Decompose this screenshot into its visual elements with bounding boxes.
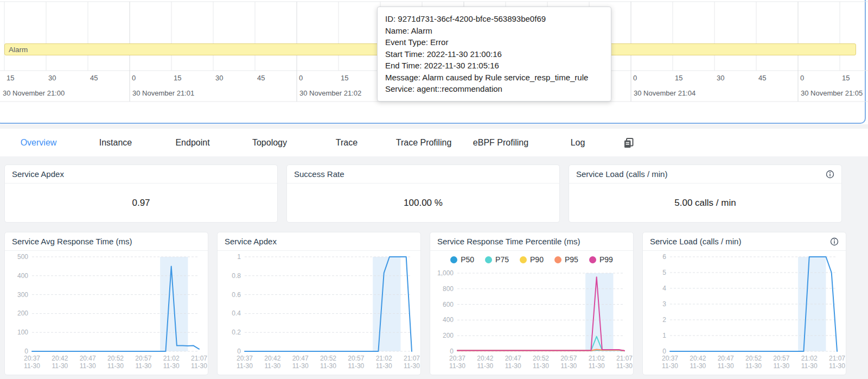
timeline-tick-label: 45 (90, 74, 98, 82)
chart-legend: P50P75P90P95P99 (435, 251, 629, 268)
chart-card: Service Response Time Percentile (ms)P50… (430, 232, 634, 375)
timeline-tick-label: 30 (215, 74, 223, 82)
chart-title: Service Avg Response Time (ms) (12, 237, 132, 246)
svg-text:11-30: 11-30 (24, 362, 40, 370)
svg-text:4: 4 (662, 285, 666, 292)
tab-endpoint[interactable]: Endpoint (154, 138, 231, 148)
svg-text:400: 400 (443, 316, 454, 324)
svg-text:0: 0 (662, 348, 666, 355)
tooltip-line: Message: Alarm caused by Rule service_re… (385, 72, 603, 84)
timeline-tick-label: 15 (675, 74, 682, 82)
svg-text:1: 1 (662, 332, 666, 339)
alarm-event-label: Alarm (9, 46, 28, 54)
tab-bar: OverviewInstanceEndpointTopologyTraceTra… (0, 129, 868, 156)
card-title: Service Apdex (12, 169, 64, 179)
tab-topology[interactable]: Topology (231, 138, 308, 148)
tooltip-line: Service: agent::recommendation (385, 83, 603, 95)
svg-text:20:42: 20:42 (477, 355, 493, 362)
svg-text:20:37: 20:37 (662, 355, 678, 362)
svg-text:0: 0 (450, 348, 454, 355)
svg-text:0: 0 (24, 348, 28, 355)
legend-item-p99[interactable]: P99 (589, 255, 613, 264)
svg-text:11-30: 11-30 (560, 362, 577, 370)
svg-text:100: 100 (17, 329, 28, 336)
summary-card: Service Load (calls / min)5.00 calls / m… (569, 165, 842, 223)
metric-value: 0.97 (5, 184, 277, 223)
chart-body: 010020030040050020:3711-3020:4211-3020:4… (5, 251, 208, 376)
svg-text:5: 5 (662, 269, 666, 276)
legend-label: P50 (461, 255, 474, 264)
svg-text:300: 300 (17, 291, 28, 299)
legend-item-p90[interactable]: P90 (520, 255, 544, 264)
skywalking-dashboard: Alarm 1530450153045015304501530450153045… (0, 0, 868, 379)
timeline-date-label: 30 November 21:02 (299, 89, 361, 97)
summary-card-row: Service Apdex0.97Success Rate100.00 %Ser… (4, 165, 842, 223)
timeline-date-label: 30 November 21:04 (634, 89, 695, 97)
chart-body: 012345620:3711-3020:4211-3020:4711-3020:… (643, 251, 846, 376)
info-icon[interactable] (830, 237, 839, 246)
svg-text:11-30: 11-30 (107, 362, 124, 370)
tab-trace-profiling[interactable]: Trace Profiling (385, 138, 462, 148)
legend-dot (589, 256, 596, 263)
legend-item-p95[interactable]: P95 (554, 255, 578, 264)
svg-text:20:47: 20:47 (80, 355, 96, 362)
tab-ebpf-profiling[interactable]: eBPF Profiling (462, 138, 539, 148)
svg-text:20:57: 20:57 (560, 355, 577, 362)
card-title: Success Rate (294, 169, 344, 179)
svg-text:11-30: 11-30 (616, 362, 633, 370)
info-icon[interactable] (826, 170, 834, 179)
summary-card: Service Apdex0.97 (4, 165, 278, 223)
timeline-tick-label: 0 (633, 74, 637, 82)
chart-plot: 00.20.40.60.8120:3711-3020:4211-3020:471… (222, 251, 417, 374)
svg-text:2: 2 (662, 316, 666, 324)
timeline-tick-label: 15 (341, 74, 348, 82)
svg-text:20:42: 20:42 (690, 355, 706, 362)
chart-card: Service Apdex00.20.40.60.8120:3711-3020:… (217, 232, 421, 375)
svg-text:500: 500 (17, 253, 28, 261)
svg-text:11-30: 11-30 (477, 362, 493, 370)
svg-text:11-30: 11-30 (80, 362, 96, 370)
svg-text:21:02: 21:02 (801, 355, 818, 362)
svg-text:21:02: 21:02 (376, 355, 392, 362)
svg-text:11-30: 11-30 (745, 362, 762, 370)
tab-log[interactable]: Log (539, 138, 616, 148)
svg-text:11-30: 11-30 (52, 362, 68, 370)
tooltip-line: ID: 9271d731-36cf-4200-bfce-563893be0f69 (385, 13, 603, 25)
timeline-tick-label: 30 (48, 74, 56, 82)
svg-text:11-30: 11-30 (589, 362, 605, 370)
chart-plot: 02004006008001,00020:3711-3020:4211-3020… (435, 268, 630, 374)
svg-text:11-30: 11-30 (191, 362, 207, 370)
tab-overview[interactable]: Overview (0, 138, 77, 148)
alarm-timeline[interactable]: Alarm 1530450153045015304501530450153045… (0, 0, 868, 124)
legend-dot (554, 256, 561, 263)
tab-trace[interactable]: Trace (308, 138, 385, 148)
chart-title: Service Apdex (225, 237, 277, 246)
svg-text:11-30: 11-30 (773, 362, 789, 370)
svg-text:20:47: 20:47 (292, 355, 309, 362)
svg-text:20:57: 20:57 (135, 355, 151, 362)
card-header: Service Avg Response Time (ms) (5, 232, 208, 251)
svg-text:11-30: 11-30 (320, 362, 336, 370)
svg-text:20:42: 20:42 (52, 355, 68, 362)
svg-text:20:57: 20:57 (348, 355, 364, 362)
legend-label: P99 (599, 255, 613, 264)
card-header: Service Apdex (5, 165, 277, 184)
timeline-date-label: 30 November 21:00 (3, 89, 65, 97)
event-tooltip: ID: 9271d731-36cf-4200-bfce-563893be0f69… (377, 7, 611, 102)
svg-text:20:52: 20:52 (107, 355, 124, 362)
tab-instance[interactable]: Instance (77, 138, 154, 148)
chart-body: P50P75P90P95P9902004006008001,00020:3711… (430, 251, 633, 376)
copy-documents-icon[interactable] (623, 137, 635, 149)
svg-text:11-30: 11-30 (348, 362, 364, 370)
tooltip-line: Name: Alarm (385, 25, 603, 37)
legend-item-p75[interactable]: P75 (485, 255, 509, 264)
chart-body: 00.20.40.60.8120:3711-3020:4211-3020:471… (218, 251, 420, 376)
legend-dot (485, 256, 492, 263)
tooltip-line: Event Type: Error (385, 36, 603, 48)
svg-text:21:07: 21:07 (404, 355, 420, 362)
timeline-tick-label: 0 (299, 74, 303, 82)
svg-text:20:52: 20:52 (745, 355, 762, 362)
svg-text:200: 200 (443, 332, 454, 339)
legend-item-p50[interactable]: P50 (450, 255, 474, 264)
svg-text:800: 800 (443, 285, 454, 293)
